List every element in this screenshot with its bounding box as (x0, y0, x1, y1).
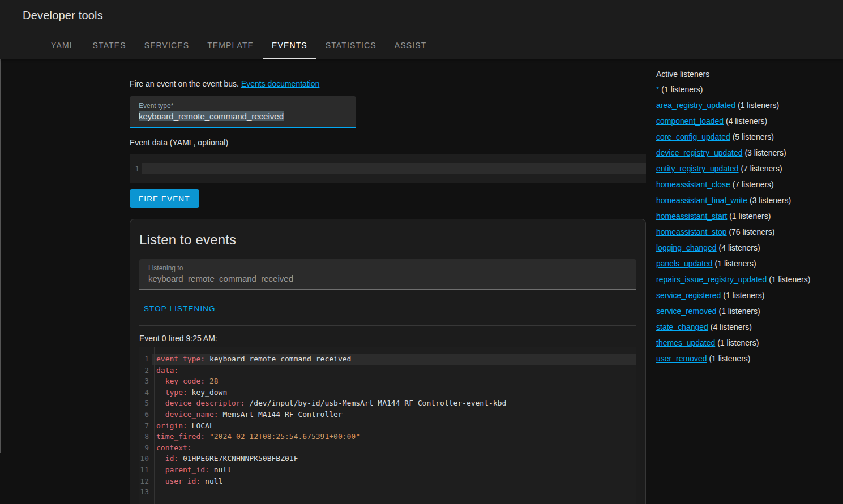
left-scrollbar[interactable] (0, 49, 1, 453)
listener-event-link[interactable]: entity_registry_updated (656, 164, 739, 173)
listener-count: (4 listeners) (724, 117, 767, 126)
tab-yaml[interactable]: YAML (42, 32, 84, 59)
listener-count: (5 listeners) (730, 132, 774, 141)
listener-count: (76 listeners) (727, 227, 775, 236)
event-type-label: Event type* (139, 102, 173, 110)
code-line-number: 5 (139, 398, 152, 409)
events-documentation-link[interactable]: Events documentation (241, 79, 320, 88)
tab-states[interactable]: STATES (84, 32, 135, 59)
listen-events-title: Listen to events (139, 232, 636, 248)
listener-item: service_removed (1 listeners) (656, 303, 837, 319)
listener-event-link[interactable]: user_removed (656, 354, 707, 363)
listener-count: (3 listeners) (747, 196, 791, 205)
listener-event-link[interactable]: state_changed (656, 322, 708, 331)
listener-item: area_registry_updated (1 listeners) (656, 97, 837, 113)
code-line-content: device_name: MemsArt MA144 RF Controller (152, 409, 636, 420)
tab-statistics[interactable]: STATISTICS (316, 32, 386, 59)
listener-event-link[interactable]: component_loaded (656, 117, 724, 126)
editor-active-line (142, 163, 646, 174)
listener-event-link[interactable]: service_removed (656, 307, 717, 316)
code-line-number: 2 (139, 365, 152, 376)
listener-event-link[interactable]: homeassistant_stop (656, 227, 727, 236)
code-line-number: 8 (139, 431, 152, 442)
listener-item: homeassistant_final_write (3 listeners) (656, 192, 837, 208)
fire-event-button[interactable]: FIRE EVENT (130, 189, 199, 208)
listener-item: homeassistant_start (1 listeners) (656, 208, 837, 224)
code-line: 3 key_code: 28 (139, 376, 636, 387)
event-type-value: keyboard_remote_command_received (139, 111, 284, 121)
listener-count: (1 listeners) (659, 85, 703, 94)
tab-services[interactable]: SERVICES (135, 32, 199, 59)
listener-event-link[interactable]: device_registry_updated (656, 148, 743, 157)
listener-event-link[interactable]: repairs_issue_registry_updated (656, 275, 767, 284)
listener-item: component_loaded (4 listeners) (656, 113, 837, 129)
tab-events[interactable]: EVENTS (263, 32, 316, 59)
code-line-content: context: (152, 442, 636, 454)
event-data-label: Event data (YAML, optional) (130, 137, 646, 148)
listener-item: core_config_updated (5 listeners) (656, 129, 837, 145)
code-line-number: 9 (139, 442, 152, 454)
listener-event-link[interactable]: core_config_updated (656, 132, 730, 141)
event-data-editor[interactable]: 1 (130, 154, 646, 183)
listener-item: * (1 listeners) (656, 81, 837, 97)
code-line-content (152, 486, 636, 498)
listener-count: (1 listeners) (727, 212, 771, 221)
listener-event-link[interactable]: area_registry_updated (656, 101, 735, 110)
code-line: 8time_fired: "2024-02-12T08:25:54.675391… (139, 431, 636, 442)
fire-event-intro: Fire an event on the event bus. Events d… (130, 78, 646, 89)
listener-count: (1 listeners) (767, 275, 810, 284)
code-line-content: user_id: null (152, 476, 636, 487)
code-line: 1event_type: keyboard_remote_command_rec… (139, 354, 636, 365)
event-type-input[interactable]: Event type* keyboard_remote_command_rece… (130, 96, 356, 128)
code-line-number: 12 (139, 476, 152, 487)
code-line: 7origin: LOCAL (139, 420, 636, 432)
listener-count: (4 listeners) (717, 243, 760, 252)
listener-item: homeassistant_close (7 listeners) (656, 176, 837, 192)
code-line-number: 4 (139, 387, 152, 398)
code-line: 13 (139, 486, 636, 498)
tab-template[interactable]: TEMPLATE (198, 32, 263, 59)
event-fired-header: Event 0 fired 9:25 AM: (139, 333, 636, 344)
listener-item: panels_updated (1 listeners) (656, 256, 837, 272)
card-divider (139, 325, 636, 326)
listener-item: user_removed (1 listeners) (656, 351, 837, 367)
app-header: Developer tools YAMLSTATESSERVICESTEMPLA… (0, 0, 843, 59)
listening-to-label: Listening to (148, 264, 183, 272)
listener-event-link[interactable]: logging_changed (656, 243, 717, 252)
code-line: 4 type: key_down (139, 387, 636, 398)
listener-count: (7 listeners) (739, 164, 782, 173)
listening-to-input[interactable]: Listening to keyboard_remote_command_rec… (139, 259, 636, 290)
listener-item: repairs_issue_registry_updated (1 listen… (656, 272, 837, 287)
listener-event-link[interactable]: themes_updated (656, 338, 715, 347)
code-line: 6 device_name: MemsArt MA144 RF Controll… (139, 409, 636, 420)
code-line-number: 11 (139, 464, 152, 476)
listener-count: (1 listeners) (707, 354, 751, 363)
listener-item: themes_updated (1 listeners) (656, 335, 837, 351)
listener-event-link[interactable]: service_registered (656, 291, 721, 300)
code-line-content: device_descriptor: /dev/input/by-id/usb-… (152, 398, 636, 409)
listener-count: (1 listeners) (717, 307, 760, 316)
code-line: 10 id: 01HPE6RE7KCNHNNPK50BFBZ01F (139, 453, 636, 464)
listener-event-link[interactable]: homeassistant_close (656, 180, 730, 189)
code-line: 9context: (139, 442, 636, 454)
event-yaml-output: 1event_type: keyboard_remote_command_rec… (139, 347, 636, 504)
listener-event-link[interactable]: homeassistant_start (656, 212, 727, 221)
code-line: 11 parent_id: null (139, 464, 636, 476)
active-listeners-panel: Active listeners * (1 listeners)area_reg… (656, 68, 837, 367)
code-line-content: type: key_down (152, 387, 636, 398)
listener-count: (1 listeners) (721, 291, 764, 300)
listen-events-card: Listen to events Listening to keyboard_r… (130, 219, 646, 504)
code-line-content: key_code: 28 (152, 376, 636, 387)
listener-event-link[interactable]: homeassistant_final_write (656, 196, 747, 205)
listening-to-value: keyboard_remote_command_received (148, 274, 293, 283)
code-line-content: parent_id: null (152, 464, 636, 476)
code-line-content: id: 01HPE6RE7KCNHNNPK50BFBZ01F (152, 453, 636, 464)
listener-item: state_changed (4 listeners) (656, 319, 837, 335)
tab-bar: YAMLSTATESSERVICESTEMPLATEEVENTSSTATISTI… (42, 32, 435, 59)
code-line: 2data: (139, 365, 636, 376)
page-title: Developer tools (23, 9, 103, 22)
listener-event-link[interactable]: panels_updated (656, 259, 713, 268)
stop-listening-button[interactable]: STOP LISTENING (139, 300, 220, 317)
tab-assist[interactable]: ASSIST (386, 32, 436, 59)
code-line-number: 10 (139, 453, 152, 464)
